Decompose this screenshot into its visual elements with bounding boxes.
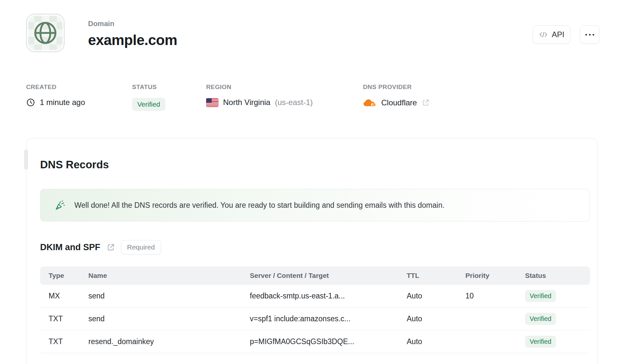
cell-name: send bbox=[88, 292, 250, 300]
party-popper-icon bbox=[55, 200, 66, 211]
region-value: North Virginia bbox=[223, 98, 270, 107]
cell-content: v=spf1 include:amazonses.c... bbox=[250, 314, 407, 323]
dns-records-table: Type Name Server / Content / Target TTL … bbox=[40, 266, 590, 353]
api-button-label: API bbox=[552, 30, 565, 39]
external-link-icon[interactable] bbox=[421, 99, 430, 107]
col-type: Type bbox=[49, 272, 88, 280]
code-icon bbox=[539, 30, 548, 39]
col-name: Name bbox=[88, 272, 250, 280]
meta-region: REGION North Virginia (us-east-1) bbox=[206, 83, 231, 91]
ellipsis-icon bbox=[585, 34, 594, 36]
cell-priority: 10 bbox=[465, 292, 525, 300]
col-ttl: TTL bbox=[407, 272, 465, 280]
meta-created: CREATED 1 minute ago bbox=[26, 83, 56, 91]
verified-badge: Verified bbox=[525, 290, 556, 302]
cell-ttl: Auto bbox=[407, 337, 465, 346]
external-link-icon[interactable] bbox=[106, 243, 115, 252]
status-label: STATUS bbox=[132, 83, 157, 91]
success-banner-text: Well done! All the DNS records are verif… bbox=[74, 201, 445, 210]
dns-records-title: DNS Records bbox=[40, 159, 109, 171]
required-badge: Required bbox=[121, 240, 161, 254]
table-header-row: Type Name Server / Content / Target TTL … bbox=[40, 266, 590, 285]
verified-badge: Verified bbox=[525, 313, 556, 325]
cell-ttl: Auto bbox=[407, 292, 465, 300]
us-flag-icon bbox=[206, 98, 219, 107]
page-header: Domain example.com bbox=[88, 20, 177, 48]
cell-name: send bbox=[88, 314, 250, 323]
more-options-button[interactable] bbox=[580, 25, 599, 44]
dns-provider-label: DNS PROVIDER bbox=[363, 83, 412, 91]
success-banner: Well done! All the DNS records are verif… bbox=[40, 189, 590, 221]
region-label: REGION bbox=[206, 83, 231, 91]
scroll-indicator[interactable] bbox=[24, 149, 28, 170]
cell-content: p=MIGfMA0GCSqGSIb3DQE... bbox=[250, 337, 407, 346]
domain-label: Domain bbox=[88, 20, 177, 28]
meta-dns-provider: DNS PROVIDER Cloudflare bbox=[363, 83, 412, 91]
dns-provider-value: Cloudflare bbox=[381, 98, 417, 107]
cell-type: TXT bbox=[49, 314, 88, 323]
col-priority: Priority bbox=[465, 272, 525, 280]
dkim-spf-section-header: DKIM and SPF Required bbox=[40, 240, 161, 254]
cell-type: TXT bbox=[49, 337, 88, 346]
cell-content: feedback-smtp.us-east-1.a... bbox=[250, 292, 407, 300]
col-content: Server / Content / Target bbox=[250, 272, 407, 280]
cell-ttl: Auto bbox=[407, 314, 465, 323]
domain-avatar bbox=[26, 14, 65, 52]
col-status: Status bbox=[525, 272, 581, 280]
meta-status: STATUS Verified bbox=[132, 83, 157, 91]
globe-icon bbox=[33, 21, 57, 45]
dns-records-card: DNS Records Well done! All the DNS recor… bbox=[26, 138, 598, 364]
region-code: (us-east-1) bbox=[275, 98, 313, 107]
table-row[interactable]: MX send feedback-smtp.us-east-1.a... Aut… bbox=[40, 285, 590, 308]
cell-name: resend._domainkey bbox=[88, 337, 250, 346]
table-row[interactable]: TXT resend._domainkey p=MIGfMA0GCSqGSIb3… bbox=[40, 330, 590, 353]
cell-type: MX bbox=[49, 292, 88, 300]
clock-icon bbox=[26, 98, 35, 107]
api-button[interactable]: API bbox=[533, 25, 570, 44]
page-title: example.com bbox=[88, 32, 177, 48]
table-row[interactable]: TXT send v=spf1 include:amazonses.c... A… bbox=[40, 308, 590, 330]
verified-badge: Verified bbox=[525, 336, 556, 348]
status-badge: Verified bbox=[132, 98, 165, 111]
dkim-spf-title: DKIM and SPF bbox=[40, 242, 100, 252]
created-value: 1 minute ago bbox=[40, 98, 85, 107]
created-label: CREATED bbox=[26, 83, 56, 91]
cloudflare-icon bbox=[363, 98, 377, 108]
